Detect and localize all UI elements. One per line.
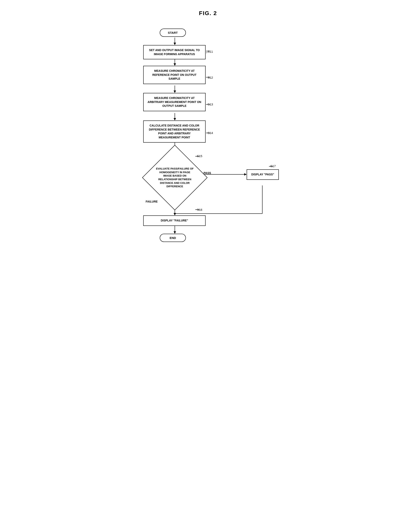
svg-marker-15 [174,213,176,215]
s15-diamond: EVALUATE PASS/FAILURE OF HOMOGENEITY IN … [148,151,202,205]
page: FIG. 2 [130,4,286,258]
end-terminal: END [160,234,186,242]
s16-process: DISPLAY "FAILURE" [143,215,206,226]
s17-tick-svg [268,164,274,169]
failure-label: FAILURE [146,200,158,203]
pass-label: PASS [204,171,211,175]
svg-marker-19 [174,231,176,234]
svg-marker-3 [174,63,176,66]
svg-marker-1 [174,43,176,45]
s11-process: SET AND OUTPUT IMAGE SIGNAL TO IMAGE FOR… [143,45,206,59]
s16-tick-svg [194,207,200,212]
s12-tick-svg [205,75,211,80]
s14-process: CALCULATE DISTANCE AND COLOR DIFFERENCE … [143,121,206,142]
s11-tick-svg [205,49,211,54]
svg-marker-11 [244,173,247,176]
s13-process: MEASURE CHROMATICITY AT ARBITRARY MEASUR… [143,93,206,111]
flowchart: START SET AND OUTPUT IMAGE SIGNAL TO IMA… [138,25,283,246]
s17-process: DISPLAY "PASS" [247,169,279,180]
figure-title: FIG. 2 [138,10,278,17]
start-terminal: START [160,28,186,37]
svg-marker-5 [174,91,176,93]
s15-tick-svg [194,154,200,159]
s14-tick-svg [205,131,211,136]
s12-process: MEASURE CHROMATICITY AT REFERENCE POINT … [143,66,206,84]
s13-tick-svg [205,102,211,107]
svg-marker-7 [174,118,176,121]
